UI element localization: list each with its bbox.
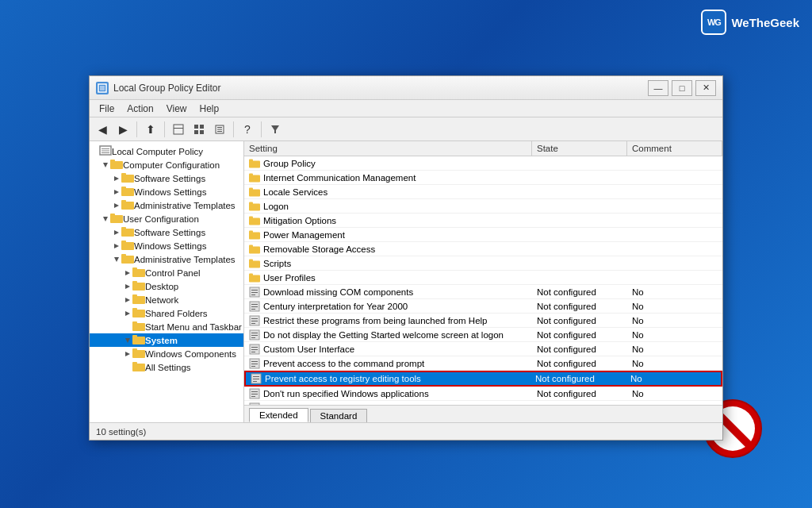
tree-expand-control-panel[interactable] [123, 268, 132, 278]
list-row[interactable]: Download missing COM componentsNot confi… [244, 285, 722, 299]
tree-expand-local-computer-policy[interactable] [90, 147, 99, 156]
list-row[interactable]: Custom User InterfaceNot configuredNo [244, 342, 722, 356]
menu-file[interactable]: File [93, 102, 121, 116]
svg-rect-19 [102, 152, 109, 153]
filter-button[interactable] [266, 120, 285, 139]
close-button[interactable]: ✕ [695, 80, 716, 96]
header-state[interactable]: State [532, 141, 627, 156]
svg-rect-10 [200, 130, 204, 134]
list-row[interactable]: Locale Services [244, 185, 722, 199]
svg-rect-57 [132, 321, 137, 325]
tab-standard[interactable]: Standard [310, 409, 368, 422]
tree-item-windows-settings-uc[interactable]: Windows Settings [90, 239, 243, 252]
tree-expand-shared-folders[interactable] [123, 309, 132, 318]
list-row[interactable]: Logon [244, 199, 722, 214]
svg-rect-79 [249, 244, 253, 248]
list-row[interactable]: Removable Storage Access [244, 242, 722, 256]
tree-expand-windows-settings-uc[interactable] [112, 241, 121, 251]
header-setting[interactable]: Setting [244, 141, 532, 156]
tree-expand-system[interactable] [123, 336, 132, 345]
tree-item-software-settings-uc[interactable]: Software Settings [90, 225, 243, 239]
menu-help[interactable]: Help [193, 102, 226, 116]
header-comment[interactable]: Comment [627, 141, 722, 156]
svg-marker-38 [114, 244, 119, 248]
svg-rect-89 [251, 304, 258, 305]
menu-view[interactable]: View [160, 102, 193, 116]
list-row[interactable]: Century interpretation for Year 2000Not … [244, 299, 722, 314]
svg-rect-69 [249, 173, 253, 176]
list-cell-state [532, 163, 627, 164]
tree-item-all-settings[interactable]: All Settings [90, 360, 243, 374]
list-row[interactable]: Scripts [244, 256, 722, 271]
forward-button[interactable]: ▶ [113, 120, 132, 139]
tree-item-control-panel[interactable]: Control Panel [90, 266, 243, 279]
tree-item-local-computer-policy[interactable]: Local Computer Policy [90, 144, 243, 158]
svg-rect-43 [121, 254, 126, 257]
help-button[interactable]: ? [238, 120, 257, 139]
minimize-button[interactable]: — [648, 80, 668, 96]
list-row[interactable]: Prevent access to the command promptNot … [244, 356, 722, 371]
tree-expand-start-menu-taskbar[interactable] [123, 322, 132, 332]
tree-item-software-settings-cc[interactable]: Software Settings [90, 171, 243, 185]
list-row[interactable]: Mitigation Options [244, 214, 722, 228]
tree-expand-desktop[interactable] [123, 282, 132, 291]
tree-item-computer-config[interactable]: Computer Configuration [90, 158, 243, 171]
list-row[interactable]: User Profiles [244, 271, 722, 285]
svg-marker-20 [103, 163, 108, 167]
tree-expand-windows-settings-cc[interactable] [112, 187, 121, 197]
show-hide-button[interactable] [169, 120, 188, 139]
list-row[interactable]: Prevent access to registry editing tools… [244, 371, 722, 387]
list-row[interactable]: Power Management [244, 228, 722, 242]
maximize-button[interactable]: □ [672, 80, 692, 96]
tree-item-windows-settings-cc[interactable]: Windows Settings [90, 185, 243, 198]
tree-expand-all-settings[interactable] [123, 363, 132, 372]
list-cell-setting: Century interpretation for Year 2000 [244, 300, 532, 313]
svg-marker-50 [125, 298, 130, 302]
properties-button[interactable] [210, 120, 229, 139]
list-cell-comment [627, 220, 722, 221]
tree-folder-icon [121, 199, 134, 211]
tree-expand-admin-templates-cc[interactable] [112, 201, 121, 210]
tree-item-system[interactable]: System [90, 333, 243, 347]
tree-expand-network[interactable] [123, 295, 132, 305]
list-cell-state [532, 277, 627, 279]
tree-expand-software-settings-cc[interactable] [112, 174, 121, 183]
tree-item-admin-templates-cc[interactable]: Administrative Templates [90, 198, 243, 212]
tree-expand-admin-templates-uc[interactable] [112, 255, 121, 264]
wtg-icon: WG [701, 10, 726, 35]
back-button[interactable]: ◀ [93, 120, 112, 139]
up-button[interactable]: ⬆ [141, 120, 160, 139]
tree-item-start-menu-taskbar[interactable]: Start Menu and Taskbar [90, 320, 243, 333]
tree-item-admin-templates-uc[interactable]: Administrative Templates [90, 252, 243, 266]
tree-expand-software-settings-uc[interactable] [112, 228, 121, 237]
list-cell-comment [627, 206, 722, 207]
tree-expand-windows-components[interactable] [123, 349, 132, 359]
list-cell-setting: Logon [244, 201, 532, 212]
svg-rect-103 [251, 352, 255, 352]
status-bar: 10 setting(s) [90, 422, 722, 440]
tree-item-shared-folders[interactable]: Shared Folders [90, 306, 243, 320]
tree-item-desktop[interactable]: Desktop [90, 279, 243, 293]
svg-marker-41 [114, 257, 119, 262]
tree-item-network[interactable]: Network [90, 293, 243, 306]
tree-label-windows-settings-uc: Windows Settings [134, 241, 206, 251]
svg-rect-5 [174, 125, 183, 134]
tree-item-windows-components[interactable]: Windows Components [90, 347, 243, 360]
list-view[interactable]: Setting State Comment Group PolicyIntern… [244, 141, 722, 405]
tree-item-user-config[interactable]: User Configuration [90, 212, 243, 225]
list-row[interactable]: Restrict these programs from being launc… [244, 314, 722, 328]
tree-expand-computer-config[interactable] [101, 160, 110, 170]
menu-action[interactable]: Action [121, 102, 159, 116]
svg-rect-71 [249, 187, 253, 190]
tab-extended[interactable]: Extended [249, 408, 308, 422]
view-button[interactable] [190, 120, 209, 139]
list-cell-setting: Prevent access to the command prompt [244, 357, 532, 370]
tree-expand-user-config[interactable] [101, 214, 110, 224]
list-row[interactable]: Do not display the Getting Started welco… [244, 328, 722, 342]
list-item-label: Download missing COM components [263, 287, 413, 297]
list-row[interactable]: Internet Communication Management [244, 171, 722, 185]
svg-rect-7 [194, 125, 198, 129]
list-row[interactable]: Group Policy [244, 156, 722, 171]
list-row[interactable]: Don't run specified Windows applications… [244, 387, 722, 401]
svg-marker-61 [125, 352, 130, 356]
